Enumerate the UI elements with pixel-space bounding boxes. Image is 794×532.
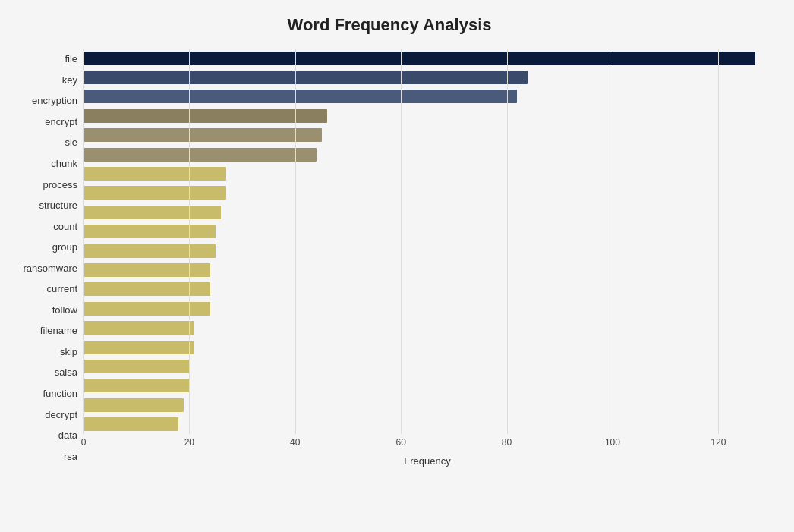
x-tick-120: 120 bbox=[711, 437, 726, 448]
x-tick-80: 80 bbox=[502, 437, 512, 448]
chart-container: Word Frequency Analysis filekeyencryptio… bbox=[0, 0, 794, 532]
y-label-file: file bbox=[65, 51, 77, 68]
y-label-rsa: rsa bbox=[64, 448, 77, 464]
bar-function bbox=[83, 360, 189, 373]
bars-rows bbox=[83, 49, 771, 434]
x-ticks: 020406080100120 bbox=[83, 437, 771, 452]
bar-key bbox=[83, 71, 528, 84]
bar-row bbox=[83, 50, 771, 67]
bar-row bbox=[83, 281, 771, 297]
y-label-sle: sle bbox=[65, 134, 77, 151]
y-label-chunk: chunk bbox=[51, 156, 77, 172]
bar-row bbox=[83, 223, 771, 240]
chart-title: Word Frequency Analysis bbox=[8, 15, 771, 35]
bar-row bbox=[83, 243, 771, 260]
grid-line bbox=[189, 49, 190, 434]
chart-area: filekeyencryptionencryptslechunkprocesss… bbox=[8, 49, 771, 467]
bar-row bbox=[83, 301, 771, 317]
bars-and-xaxis: 020406080100120 Frequency bbox=[83, 49, 771, 467]
y-label-current: current bbox=[47, 281, 77, 297]
x-axis-label: Frequency bbox=[83, 455, 771, 467]
bar-group bbox=[83, 225, 216, 238]
bars-area bbox=[83, 49, 771, 434]
x-tick-60: 60 bbox=[395, 437, 405, 448]
bar-row bbox=[83, 358, 771, 375]
bar-file bbox=[83, 52, 755, 65]
grid-line bbox=[613, 49, 613, 434]
y-label-filename: filename bbox=[40, 323, 77, 339]
x-tick-40: 40 bbox=[290, 437, 300, 448]
y-label-ransomware: ransomware bbox=[23, 260, 77, 276]
bar-follow bbox=[83, 282, 210, 296]
y-axis: filekeyencryptionencryptslechunkprocesss… bbox=[8, 49, 83, 467]
grid-line bbox=[83, 49, 84, 434]
y-label-group: group bbox=[52, 239, 77, 256]
bar-filename bbox=[83, 302, 210, 316]
bar-encryption bbox=[83, 90, 517, 103]
y-label-follow: follow bbox=[52, 301, 77, 318]
bar-row bbox=[83, 320, 771, 336]
y-label-process: process bbox=[43, 176, 77, 193]
bar-row bbox=[83, 397, 771, 414]
bar-salsa bbox=[83, 341, 194, 354]
bar-row bbox=[83, 108, 771, 124]
bar-count bbox=[83, 206, 221, 219]
bar-row bbox=[83, 146, 771, 163]
bar-rsa bbox=[83, 417, 178, 431]
y-label-encryption: encryption bbox=[32, 93, 77, 109]
bar-row bbox=[83, 69, 771, 86]
bar-structure bbox=[83, 186, 226, 200]
x-axis: 020406080100120 Frequency bbox=[83, 437, 771, 467]
y-label-data: data bbox=[58, 427, 77, 444]
y-label-decrypt: decrypt bbox=[45, 406, 77, 423]
y-label-key: key bbox=[62, 71, 77, 88]
bar-row bbox=[83, 416, 771, 433]
x-tick-0: 0 bbox=[81, 437, 87, 448]
bar-row bbox=[83, 377, 771, 394]
bar-current bbox=[83, 263, 210, 277]
bar-row bbox=[83, 204, 771, 221]
bar-row bbox=[83, 165, 771, 182]
bar-data bbox=[83, 398, 184, 412]
bar-ransomware bbox=[83, 244, 216, 258]
grid-line bbox=[718, 49, 719, 434]
x-tick-100: 100 bbox=[605, 437, 620, 448]
y-label-function: function bbox=[43, 386, 77, 402]
bar-row bbox=[83, 339, 771, 356]
y-label-structure: structure bbox=[39, 197, 77, 214]
bar-row bbox=[83, 184, 771, 201]
bar-row bbox=[83, 127, 771, 143]
grid-line bbox=[401, 49, 402, 434]
bar-chunk bbox=[83, 148, 317, 162]
grid-line bbox=[507, 49, 508, 434]
bar-row bbox=[83, 88, 771, 105]
y-label-encrypt: encrypt bbox=[45, 113, 77, 130]
bar-row bbox=[83, 262, 771, 279]
x-tick-20: 20 bbox=[184, 437, 194, 448]
bar-decrypt bbox=[83, 379, 189, 392]
bar-sle bbox=[83, 128, 322, 142]
y-label-salsa: salsa bbox=[55, 364, 77, 381]
y-label-skip: skip bbox=[60, 343, 77, 360]
bar-skip bbox=[83, 321, 194, 335]
grid-line bbox=[295, 49, 296, 434]
bar-encrypt bbox=[83, 109, 327, 123]
y-label-count: count bbox=[53, 218, 77, 235]
bar-process bbox=[83, 167, 226, 181]
